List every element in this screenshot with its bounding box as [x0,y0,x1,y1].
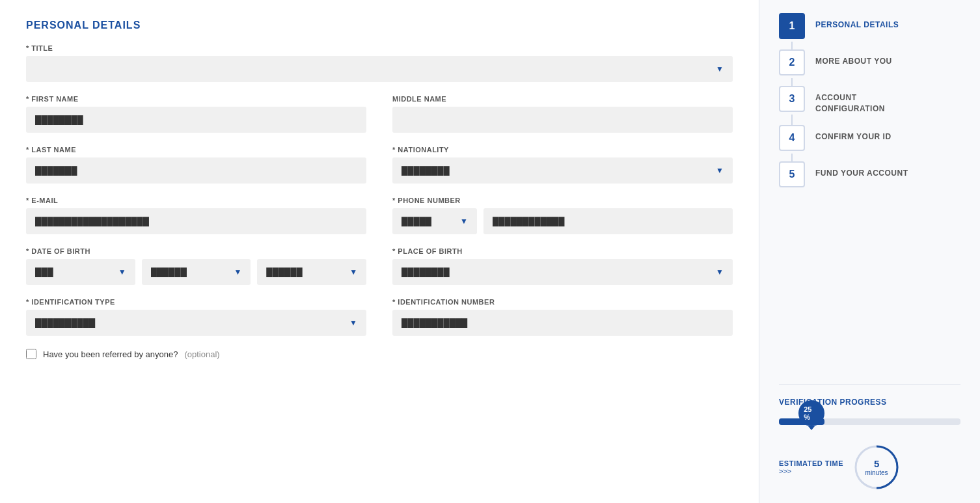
phone-row: █████ ▼ [392,208,733,234]
pob-select[interactable]: ████████ [392,259,733,285]
title-select[interactable] [26,56,733,82]
phone-number-col [483,208,733,234]
verification-section: VERIFICATION PROGRESS 25 % ESTIMATED TIM… [779,384,960,490]
dob-year-select[interactable]: ██████ [257,259,366,285]
estimated-text-block: ESTIMATED TIME >>> [779,459,843,475]
nationality-select-wrapper[interactable]: ████████ ▼ [392,157,733,184]
step-2-badge: 2 [779,49,805,75]
step-3-badge: 3 [779,86,805,112]
step-2-item[interactable]: 2 MORE ABOUT YOU [779,49,892,75]
id-type-label: * IDENTIFICATION TYPE [26,298,366,306]
dob-day-wrapper[interactable]: ███ ▼ [26,259,135,285]
last-name-label: * LAST NAME [26,146,366,154]
referral-row: Have you been referred by anyone? (optio… [26,349,733,359]
pob-select-wrapper[interactable]: ████████ ▼ [392,259,733,285]
step-2-name: MORE ABOUT YOU [815,56,892,67]
pob-label: * PLACE OF BIRTH [392,247,733,255]
first-name-col: * FIRST NAME [26,95,366,133]
middle-name-label: MIDDLE NAME [392,95,733,103]
step-3-item[interactable]: 3 ACCOUNTCONFIGURATION [779,86,885,115]
step-3-label: ACCOUNTCONFIGURATION [815,86,885,115]
id-type-select-wrapper[interactable]: ██████████ ▼ [26,310,366,336]
first-name-input[interactable] [26,107,366,133]
progress-container: 25 % [779,418,960,425]
first-name-label: * FIRST NAME [26,95,366,103]
referral-optional: (optional) [184,349,219,359]
clock-unit: minutes [865,469,888,476]
phone-code-wrapper[interactable]: █████ ▼ [392,208,477,234]
phone-number-input[interactable] [483,208,733,234]
email-col: * E-MAIL [26,197,366,234]
nationality-label: * NATIONALITY [392,146,733,154]
dob-label: * DATE OF BIRTH [26,247,366,255]
estimated-arrows: >>> [779,467,843,475]
section-title: PERSONAL DETAILS [26,20,733,31]
phone-label: * PHONE NUMBER [392,197,733,204]
clock-circle: 5 minutes [854,444,899,490]
id-number-label: * IDENTIFICATION NUMBER [392,298,733,306]
dob-pob-row: * DATE OF BIRTH ███ ▼ ██████ ▼ ██████ [26,247,733,285]
nationality-select[interactable]: ████████ [392,157,733,184]
step-2-wrapper: 2 MORE ABOUT YOU [779,46,960,75]
last-name-col: * LAST NAME [26,146,366,184]
step-4-name: CONFIRM YOUR ID [815,131,892,143]
phone-col: * PHONE NUMBER █████ ▼ [392,197,733,234]
step-4-wrapper: 4 CONFIRM YOUR ID [779,121,960,151]
step-1-name: PERSONAL DETAILS [815,20,899,31]
clock-inner: 5 minutes [865,458,888,476]
nationality-col: * NATIONALITY ████████ ▼ [392,146,733,184]
email-phone-row: * E-MAIL * PHONE NUMBER █████ ▼ [26,197,733,234]
progress-bubble: 25 % [798,400,824,426]
id-number-input[interactable] [392,310,733,336]
sidebar: 1 PERSONAL DETAILS 2 MORE ABOUT YOU 3 [759,0,980,503]
step-5-label: FUND YOUR ACCOUNT [815,161,908,179]
step-4-label: CONFIRM YOUR ID [815,125,892,143]
step-3-wrapper: 3 ACCOUNTCONFIGURATION [779,82,960,115]
pob-col: * PLACE OF BIRTH ████████ ▼ [392,247,733,285]
id-type-col: * IDENTIFICATION TYPE ██████████ ▼ [26,298,366,336]
dob-month-wrapper[interactable]: ██████ ▼ [142,259,251,285]
lastname-nationality-row: * LAST NAME * NATIONALITY ████████ ▼ [26,146,733,184]
dob-col: * DATE OF BIRTH ███ ▼ ██████ ▼ ██████ [26,247,366,285]
step-4-item[interactable]: 4 CONFIRM YOUR ID [779,125,892,151]
title-select-wrapper[interactable]: ▼ [26,56,733,82]
dob-month-select[interactable]: ██████ [142,259,251,285]
phone-code-select[interactable]: █████ [392,208,477,234]
main-form-area: PERSONAL DETAILS * TITLE ▼ * FIRST NAME … [0,0,759,503]
step-1-wrapper: 1 PERSONAL DETAILS [779,13,960,39]
middle-name-input[interactable] [392,107,733,133]
step-5-wrapper: 5 FUND YOUR ACCOUNT [779,157,960,187]
step-2-label: MORE ABOUT YOU [815,49,892,67]
step-3-name: ACCOUNTCONFIGURATION [815,92,885,115]
dob-selects-row: ███ ▼ ██████ ▼ ██████ ▼ [26,259,366,285]
name-row: * FIRST NAME MIDDLE NAME [26,95,733,133]
id-number-col: * IDENTIFICATION NUMBER [392,298,733,336]
estimated-section: ESTIMATED TIME >>> 5 minutes [779,444,960,490]
middle-name-col: MIDDLE NAME [392,95,733,133]
email-input[interactable] [26,208,366,234]
last-name-input[interactable] [26,157,366,184]
steps-list: 1 PERSONAL DETAILS 2 MORE ABOUT YOU 3 [779,13,960,194]
id-row: * IDENTIFICATION TYPE ██████████ ▼ * IDE… [26,298,733,336]
step-1-badge: 1 [779,13,805,39]
clock-minutes: 5 [865,458,888,469]
step-5-name: FUND YOUR ACCOUNT [815,168,908,179]
referral-checkbox[interactable] [26,349,36,359]
estimated-label: ESTIMATED TIME [779,459,843,467]
step-1-item[interactable]: 1 PERSONAL DETAILS [779,13,899,39]
step-4-badge: 4 [779,125,805,151]
step-1-label: PERSONAL DETAILS [815,13,899,31]
step-5-badge: 5 [779,161,805,187]
referral-text: Have you been referred by anyone? [43,349,178,359]
dob-day-select[interactable]: ███ [26,259,135,285]
step-5-item[interactable]: 5 FUND YOUR ACCOUNT [779,161,908,187]
email-label: * E-MAIL [26,197,366,204]
dob-year-wrapper[interactable]: ██████ ▼ [257,259,366,285]
title-label: * TITLE [26,44,733,52]
id-type-select[interactable]: ██████████ [26,310,366,336]
